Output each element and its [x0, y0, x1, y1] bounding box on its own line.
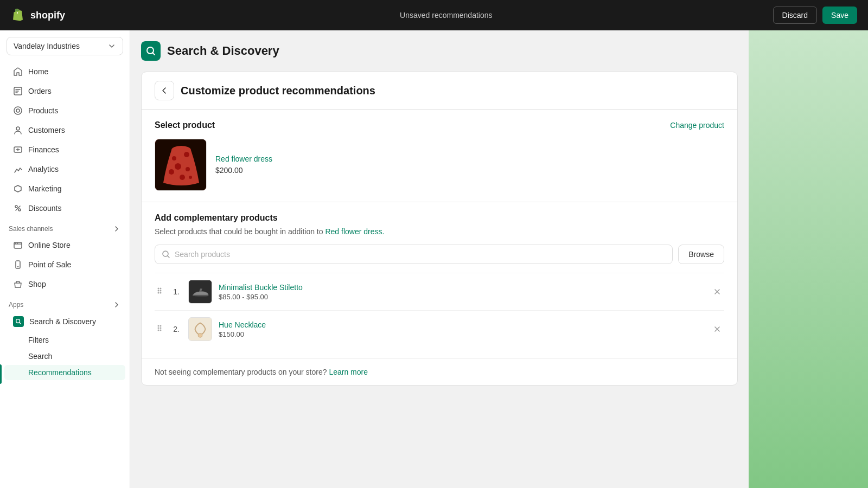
- sidebar-item-orders[interactable]: Orders: [4, 82, 125, 100]
- pos-icon: [13, 260, 23, 269]
- sidebar-item-analytics[interactable]: Analytics: [4, 160, 125, 178]
- close-icon-2: [712, 324, 722, 334]
- sidebar-item-online-store[interactable]: Online Store: [4, 236, 125, 254]
- sidebar-item-marketing[interactable]: Marketing: [4, 179, 125, 198]
- sidebar-item-products-label: Products: [28, 106, 58, 115]
- customize-header: Customize product recommendations: [142, 72, 737, 110]
- sidebar-item-filters[interactable]: Filters: [4, 332, 125, 348]
- product-display: Red flower dress $200.00: [155, 139, 724, 191]
- sidebar-item-customers[interactable]: Customers: [4, 121, 125, 139]
- home-icon: [13, 67, 23, 76]
- add-comp-desc-text: Select products that could be bought in …: [155, 227, 325, 236]
- svg-point-8: [15, 243, 16, 244]
- item-price-2: $150.00: [219, 330, 704, 338]
- customize-card: Customize product recommendations Select…: [141, 72, 738, 386]
- sidebar-item-customers-label: Customers: [28, 126, 65, 134]
- svg-point-15: [172, 156, 176, 160]
- sidebar-item-marketing-label: Marketing: [28, 184, 61, 193]
- search-row: Browse: [155, 245, 724, 264]
- change-product-link[interactable]: Change product: [670, 121, 724, 130]
- remove-button-2[interactable]: [710, 322, 724, 336]
- discard-button[interactable]: Discard: [773, 7, 817, 24]
- svg-point-5: [15, 206, 17, 208]
- add-comp-desc-link[interactable]: Red flower dress.: [325, 227, 384, 236]
- analytics-icon: [13, 164, 23, 174]
- learn-more-link[interactable]: Learn more: [329, 368, 368, 376]
- bottom-notice: Not seeing complementary products on you…: [142, 358, 737, 385]
- sidebar-item-discounts-label: Discounts: [28, 204, 61, 213]
- product-image: [155, 139, 207, 191]
- customers-icon: [13, 125, 23, 135]
- sidebar-item-search-discovery[interactable]: Search & Discovery: [4, 312, 125, 331]
- bottom-notice-text: Not seeing complementary products on you…: [155, 368, 327, 376]
- svg-point-2: [16, 109, 20, 112]
- item-name-2[interactable]: Hue Necklace: [219, 320, 704, 329]
- svg-point-3: [16, 127, 20, 130]
- sidebar-item-search[interactable]: Search: [4, 349, 125, 364]
- drag-dots-icon-2: [155, 323, 164, 333]
- finances-icon: [13, 145, 23, 155]
- item-name-1[interactable]: Minimalist Buckle Stiletto: [219, 283, 704, 292]
- back-button[interactable]: [155, 81, 174, 100]
- topbar-actions: Discard Save: [773, 7, 857, 24]
- product-name-link[interactable]: Red flower dress: [215, 155, 272, 163]
- remove-button-1[interactable]: [710, 285, 724, 299]
- svg-point-30: [158, 325, 159, 327]
- sidebar-item-analytics-label: Analytics: [28, 165, 59, 174]
- sidebar-item-orders-label: Orders: [28, 87, 52, 95]
- select-product-title: Select product: [155, 120, 215, 130]
- sidebar-item-online-store-label: Online Store: [28, 241, 71, 249]
- sidebar-item-home[interactable]: Home: [4, 62, 125, 81]
- sidebar-item-discounts[interactable]: Discounts: [4, 199, 125, 217]
- shoe-svg: [189, 280, 212, 304]
- svg-point-17: [175, 163, 181, 170]
- product-image-inner: [155, 139, 206, 190]
- drag-handle-1[interactable]: [155, 286, 164, 298]
- select-product-header: Select product Change product: [155, 120, 724, 130]
- sidebar: Vandelay Industries Home Orders Prod: [0, 30, 130, 488]
- sidebar-item-recommendations-wrapper: Recommendations: [0, 364, 130, 381]
- discounts-icon: [13, 203, 23, 213]
- sidebar-item-finances[interactable]: Finances: [4, 140, 125, 159]
- sales-channels-section: Sales channels: [0, 218, 130, 235]
- page-header-icon: [141, 41, 161, 61]
- sidebar-item-products[interactable]: Products: [4, 101, 125, 120]
- browse-button[interactable]: Browse: [678, 245, 724, 264]
- svg-point-19: [169, 169, 174, 175]
- sidebar-item-recommendations[interactable]: Recommendations: [4, 365, 125, 380]
- main-content: Search & Discovery Customize product rec…: [130, 30, 749, 488]
- search-products-input[interactable]: [170, 245, 666, 264]
- svg-point-27: [160, 290, 162, 292]
- item-thumb-2: [188, 317, 212, 341]
- store-selector[interactable]: Vandelay Industries: [7, 37, 123, 55]
- logo: shopify: [11, 8, 119, 23]
- sidebar-item-pos[interactable]: Point of Sale: [4, 255, 125, 274]
- item-number-2: 2.: [171, 325, 182, 333]
- apps-label: Apps: [9, 301, 23, 309]
- chevron-right-apps-icon: [112, 300, 121, 309]
- sidebar-item-shop-label: Shop: [28, 280, 46, 288]
- svg-point-31: [158, 328, 159, 329]
- add-complementary-section: Add complementary products Select produc…: [142, 202, 737, 358]
- drag-dots-icon-1: [155, 286, 164, 296]
- search-input-wrapper: [155, 245, 673, 264]
- svg-point-18: [186, 167, 190, 171]
- sidebar-item-recommendations-label: Recommendations: [28, 368, 92, 377]
- item-thumb-1: [188, 280, 212, 304]
- drag-handle-2[interactable]: [155, 323, 164, 335]
- svg-point-9: [17, 243, 18, 244]
- svg-rect-10: [16, 261, 20, 268]
- sidebar-item-search-label: Search: [28, 352, 52, 361]
- sidebar-item-pos-label: Point of Sale: [28, 260, 71, 269]
- item-price-1: $85.00 - $95.00: [219, 293, 704, 301]
- shoe-image: [189, 280, 212, 303]
- back-arrow-icon: [159, 86, 169, 95]
- products-icon: [13, 106, 23, 115]
- save-button[interactable]: Save: [822, 7, 857, 24]
- apps-section: Apps: [0, 294, 130, 311]
- necklace-svg: [189, 317, 212, 341]
- svg-point-33: [160, 325, 162, 327]
- close-icon-1: [712, 287, 722, 297]
- marketing-icon: [13, 184, 23, 194]
- sidebar-item-shop[interactable]: Shop: [4, 275, 125, 293]
